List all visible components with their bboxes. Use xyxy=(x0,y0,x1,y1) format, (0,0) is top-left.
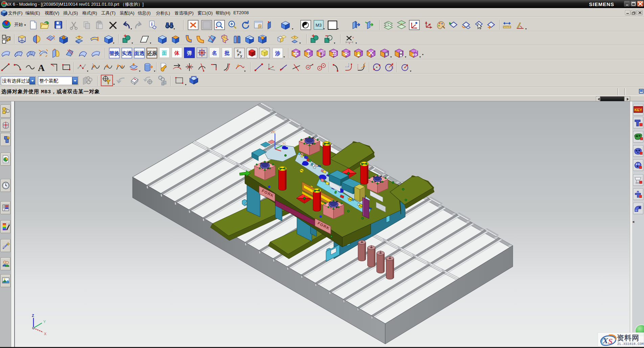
svg-text:Y: Y xyxy=(43,320,46,324)
svg-text:Z: Z xyxy=(32,314,34,318)
svg-text:批: 批 xyxy=(224,50,229,56)
svg-text:P: P xyxy=(237,53,239,57)
svg-text:名: 名 xyxy=(211,50,217,56)
svg-text:KEY: KEY xyxy=(635,108,642,112)
svg-text:x: x xyxy=(416,49,418,53)
svg-text:X: X xyxy=(602,336,608,345)
svg-text:实透: 实透 xyxy=(122,50,132,56)
svg-text:体: 体 xyxy=(174,50,180,56)
svg-text:ZC: ZC xyxy=(271,130,276,134)
svg-text:X: X xyxy=(44,332,47,336)
svg-text:XC: XC xyxy=(282,142,286,146)
svg-text:C: C xyxy=(237,49,239,53)
svg-text:替换: 替换 xyxy=(109,50,119,56)
svg-text:y: y xyxy=(240,54,242,58)
svg-text:A: A xyxy=(38,63,45,72)
svg-text:涉: 涉 xyxy=(275,50,280,56)
svg-text:M3: M3 xyxy=(316,23,322,28)
svg-text:x: x xyxy=(349,42,350,44)
svg-text:面透: 面透 xyxy=(134,50,145,56)
svg-text:还原: 还原 xyxy=(147,50,157,56)
svg-text:x: x xyxy=(352,36,354,39)
svg-text:弹: 弹 xyxy=(187,50,192,56)
svg-text:i: i xyxy=(151,22,153,27)
svg-text:S: S xyxy=(608,337,613,346)
svg-text:面: 面 xyxy=(161,50,167,56)
